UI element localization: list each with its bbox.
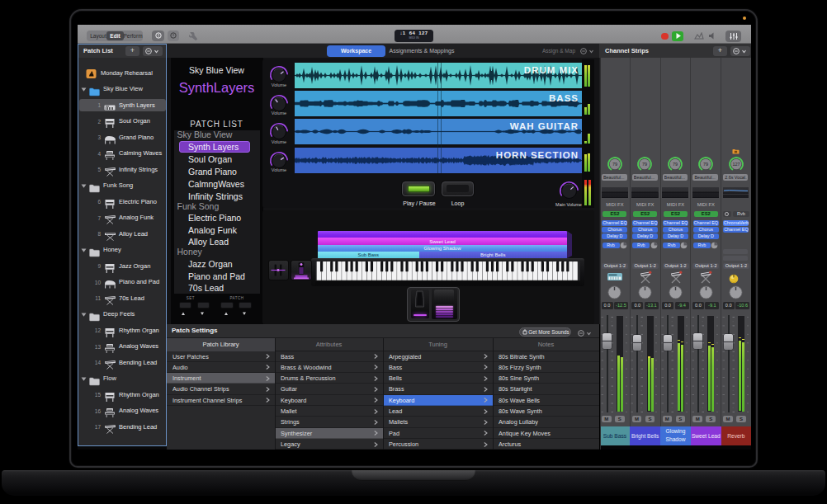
svg-text:79: 79 bbox=[642, 162, 647, 167]
svg-text:79: 79 bbox=[612, 162, 617, 167]
svg-text:79: 79 bbox=[673, 162, 678, 167]
svg-text:79: 79 bbox=[703, 162, 708, 167]
svg-text:127: 127 bbox=[732, 162, 740, 167]
